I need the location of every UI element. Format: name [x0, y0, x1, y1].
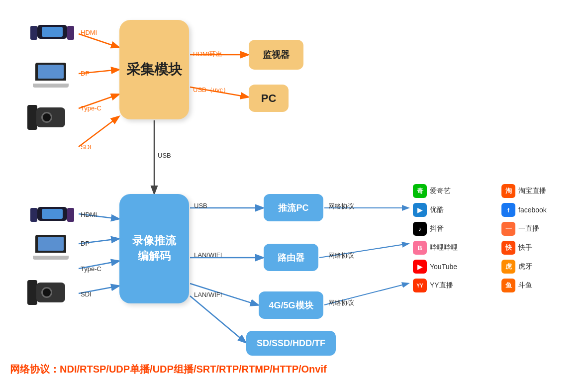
label-typec-bottom: Type-C: [81, 265, 101, 273]
capture-module: 采集模块: [119, 20, 189, 119]
bottom-protocol-text: 网络协议：NDI/RTSP/UDP单播/UDP组播/SRT/RTP/RTMP/H…: [10, 363, 327, 376]
device-switch-bottom: [30, 205, 75, 230]
encode-module: 录像推流 编解码: [119, 194, 189, 303]
platform-iqiyi: 奇 爱奇艺: [413, 184, 493, 198]
device-laptop-top: [31, 63, 71, 88]
label-lanwifi2: LAN/WIFI: [194, 291, 222, 298]
diagram: HDMI DP Type-C SDI 采集模块 HDMI环出 USB（uvc） …: [0, 0, 588, 382]
platforms-grid: 奇 爱奇艺 淘 淘宝直播 ▶ 优酷 f facebook ♪ 抖音 一 一直播 …: [413, 184, 582, 292]
taobao-icon: 淘: [501, 184, 515, 198]
label-usb-uvc: USB（uvc）: [193, 86, 229, 95]
douyin-icon: ♪: [413, 222, 427, 236]
label-dp-bottom: DP: [81, 240, 90, 247]
label-hdmi-top: HDMI: [81, 29, 97, 36]
yy-icon: YY: [413, 279, 427, 292]
yizhibo-icon: 一: [501, 222, 515, 236]
svg-line-3: [79, 117, 118, 147]
svg-line-14: [190, 296, 245, 342]
platform-youku: ▶ 优酷: [413, 203, 493, 217]
monitor-box: 监视器: [249, 40, 303, 70]
storage-box: SD/SSD/HDD/TF: [246, 331, 336, 356]
facebook-icon: f: [501, 203, 515, 217]
label-hdmi-bottom: HDMI: [81, 211, 97, 218]
platform-huya: 虎 虎牙: [501, 260, 582, 274]
platform-youtube: ▶ YouTube: [413, 260, 493, 274]
platform-taobao: 淘 淘宝直播: [501, 184, 582, 198]
label-hdmi-out: HDMI环出: [193, 50, 222, 59]
huya-icon: 虎: [501, 260, 515, 274]
iqiyi-icon: 奇: [413, 184, 427, 198]
4g5g-box: 4G/5G模块: [259, 291, 323, 319]
label-netprot3: 网络协议: [328, 298, 354, 307]
platform-facebook: f facebook: [501, 203, 582, 217]
label-dp-top: DP: [81, 70, 90, 77]
label-netprot1: 网络协议: [328, 202, 354, 211]
label-usb-conn: USB: [194, 202, 207, 209]
platform-douyu: 鱼 斗鱼: [501, 279, 582, 292]
device-switch-top: [30, 23, 75, 48]
platform-kuaishou: 快 快手: [501, 241, 582, 255]
label-typec-top: Type-C: [81, 104, 101, 112]
label-lanwifi1: LAN/WIFI: [194, 251, 222, 259]
label-sdi-top: SDI: [81, 143, 92, 151]
platform-bilibili: B 哔哩哔哩: [413, 241, 493, 255]
label-netprot2: 网络协议: [328, 251, 354, 260]
douyu-icon: 鱼: [501, 279, 515, 292]
device-laptop-bottom: [31, 235, 71, 260]
label-sdi-bottom: SDI: [81, 290, 92, 298]
device-camera-bottom: [27, 279, 70, 306]
label-usb-vertical: USB: [158, 152, 171, 159]
platform-yy: YY YY直播: [413, 279, 493, 292]
router-box: 路由器: [264, 244, 318, 271]
youku-icon: ▶: [413, 203, 427, 217]
platform-douyin: ♪ 抖音: [413, 222, 493, 236]
platform-yizhibo: 一 一直播: [501, 222, 582, 236]
kuaishou-icon: 快: [501, 241, 515, 255]
device-camera-top: [27, 103, 70, 131]
youtube-icon: ▶: [413, 260, 427, 274]
bilibili-icon: B: [413, 241, 427, 255]
pc-box: PC: [249, 85, 289, 112]
pushpc-box: 推流PC: [264, 194, 323, 221]
